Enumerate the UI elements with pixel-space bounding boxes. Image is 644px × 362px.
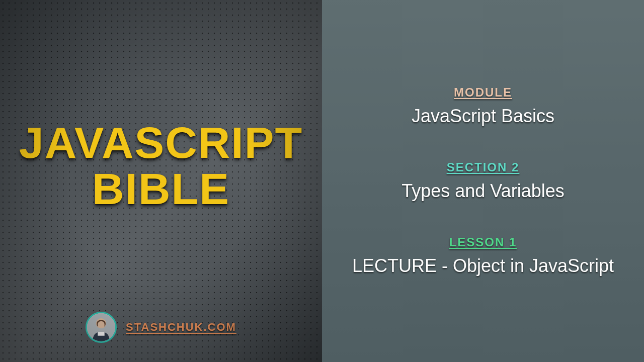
slide: JAVASCRIPT BIBLE STASHCHUK.COM MODULE Ja…: [0, 0, 644, 362]
section-value: Types and Variables: [346, 179, 620, 202]
lesson-block: LESSON 1 LECTURE - Object in JavaScript: [346, 235, 620, 277]
section-label: SECTION 2: [447, 160, 520, 174]
meta-panel: MODULE JavaScript Basics SECTION 2 Types…: [322, 0, 644, 362]
course-title: JAVASCRIPT BIBLE: [19, 120, 303, 213]
author-footer: STASHCHUK.COM: [0, 312, 322, 343]
lesson-label: LESSON 1: [449, 235, 517, 249]
module-block: MODULE JavaScript Basics: [346, 85, 620, 127]
course-title-line2: BIBLE: [19, 166, 303, 212]
section-block: SECTION 2 Types and Variables: [346, 160, 620, 202]
avatar-placeholder-icon: [87, 313, 115, 341]
module-label: MODULE: [454, 85, 512, 100]
module-value: JavaScript Basics: [346, 105, 620, 127]
site-link[interactable]: STASHCHUK.COM: [126, 321, 236, 334]
lesson-value: LECTURE - Object in JavaScript: [346, 254, 620, 277]
avatar: [86, 312, 117, 343]
course-title-line1: JAVASCRIPT: [19, 120, 303, 166]
title-panel: JAVASCRIPT BIBLE STASHCHUK.COM: [0, 0, 322, 362]
